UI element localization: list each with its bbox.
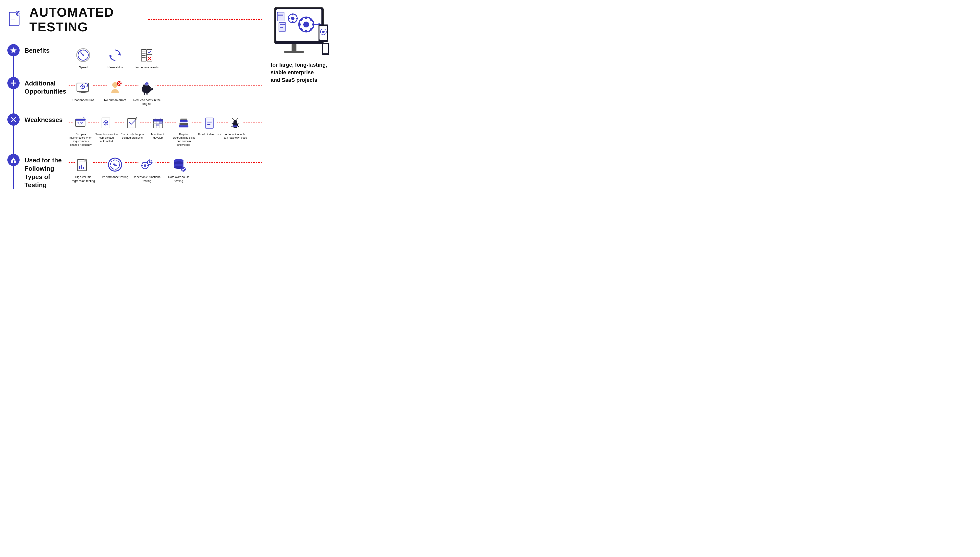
svg-point-55 [143, 85, 145, 88]
used-for-spine [7, 154, 20, 166]
benefits-label: Benefits [24, 44, 68, 55]
high-volume-label: High-volume regression testing [68, 175, 98, 183]
reusability-label: Re-usability [107, 66, 123, 70]
title-area: AUTOMATED TESTING [7, 5, 262, 34]
svg-point-99 [232, 118, 233, 119]
svg-rect-70 [106, 124, 106, 125]
svg-rect-10 [19, 13, 20, 15]
list-item: Data warehouse testing [164, 156, 194, 183]
svg-rect-134 [149, 160, 150, 161]
list-item: Take time to develop [146, 116, 170, 140]
benefits-items: Speed Re-usab [68, 44, 262, 70]
programming-skills-label: Require programming skills and domain kn… [171, 132, 196, 147]
computer-illustration [265, 5, 333, 59]
svg-rect-128 [142, 165, 143, 166]
complicated-tests-label: Some tests are too complicated automated [94, 132, 119, 143]
svg-rect-162 [292, 13, 293, 15]
svg-point-133 [149, 161, 151, 163]
svg-point-151 [303, 21, 309, 28]
own-bugs-icon [228, 116, 243, 130]
list-item: </> Complex maintenance when requirement… [68, 116, 93, 147]
complex-maintenance-icon: </> [73, 116, 88, 130]
svg-rect-69 [106, 120, 106, 121]
svg-rect-153 [305, 30, 307, 33]
svg-rect-84 [156, 124, 159, 126]
svg-rect-58 [144, 93, 145, 95]
svg-rect-148 [291, 44, 296, 51]
opportunities-items: Unattended runs [68, 77, 262, 106]
data-warehouse-icon [170, 156, 187, 173]
hidden-costs-label: Entail hidden costs [198, 132, 221, 136]
svg-rect-172 [279, 23, 286, 31]
title-dashed-line [148, 20, 262, 20]
main-title: AUTOMATED TESTING [29, 5, 143, 34]
weaknesses-spine [7, 113, 20, 125]
svg-marker-21 [110, 55, 112, 57]
list-item: No human errors [101, 79, 130, 103]
title-doc-icon [7, 11, 24, 28]
svg-point-52 [149, 88, 153, 90]
no-human-errors-icon [107, 79, 124, 96]
svg-rect-72 [107, 122, 108, 123]
benefits-spine [7, 44, 20, 56]
check-only-icon [125, 116, 140, 130]
svg-marker-110 [11, 158, 15, 160]
svg-rect-41 [83, 86, 85, 87]
svg-point-68 [105, 122, 107, 124]
weaknesses-section: Weaknesses </> [7, 113, 262, 147]
complicated-tests-icon [99, 116, 114, 130]
list-item: Immediate results [132, 47, 162, 70]
svg-rect-118 [83, 167, 84, 169]
svg-rect-129 [147, 165, 149, 166]
svg-rect-40 [80, 86, 81, 87]
svg-rect-39 [82, 88, 83, 90]
svg-point-37 [82, 86, 83, 88]
svg-marker-20 [118, 53, 120, 55]
weaknesses-label: Weaknesses [24, 113, 68, 124]
no-human-errors-label: No human errors [104, 98, 126, 103]
repeatable-functional-icon [138, 156, 156, 173]
sections-wrapper: Benefits [7, 44, 262, 189]
svg-point-100 [238, 118, 238, 119]
svg-text:$: $ [146, 83, 148, 85]
svg-rect-7 [17, 12, 18, 13]
svg-rect-59 [147, 93, 148, 95]
svg-point-6 [17, 13, 18, 15]
list-item: High-volume regression testing [68, 156, 98, 183]
svg-rect-126 [145, 162, 145, 163]
svg-rect-75 [135, 118, 137, 120]
svg-rect-89 [180, 119, 187, 120]
svg-rect-77 [153, 119, 163, 122]
unattended-runs-icon [75, 79, 92, 96]
svg-line-103 [231, 126, 233, 127]
svg-rect-149 [284, 51, 304, 53]
svg-rect-116 [79, 166, 80, 169]
svg-rect-112 [11, 160, 13, 163]
benefits-section: Benefits [7, 44, 262, 70]
svg-rect-136 [147, 162, 148, 163]
list-item: $ Reduced costs in the long run [132, 79, 162, 106]
svg-point-96 [233, 120, 237, 123]
svg-point-54 [151, 88, 152, 90]
svg-point-53 [150, 88, 151, 90]
high-volume-icon [75, 156, 92, 173]
svg-rect-181 [323, 44, 328, 54]
svg-rect-164 [288, 18, 290, 19]
own-bugs-label: Automation tools can have own bugs [223, 132, 247, 140]
list-item: Entail hidden costs [197, 116, 222, 136]
used-for-items: High-volume regression testing % Perform… [68, 154, 262, 183]
reduced-costs-label: Reduced costs in the long run [132, 98, 162, 106]
weaknesses-items: </> Complex maintenance when requirement… [68, 113, 262, 147]
svg-point-125 [144, 164, 146, 167]
weaknesses-icon [7, 113, 20, 125]
svg-rect-9 [16, 13, 17, 15]
svg-rect-165 [296, 18, 298, 19]
opportunities-spine [7, 77, 20, 89]
list-item: Speed [68, 47, 98, 70]
reduced-costs-icon: $ [138, 79, 156, 96]
speed-icon [75, 47, 92, 64]
complex-maintenance-label: Complex maintenance when requirements ch… [68, 132, 93, 147]
take-time-label: Take time to develop [146, 132, 170, 140]
svg-point-161 [291, 17, 295, 20]
svg-text:</>: </> [77, 121, 83, 125]
